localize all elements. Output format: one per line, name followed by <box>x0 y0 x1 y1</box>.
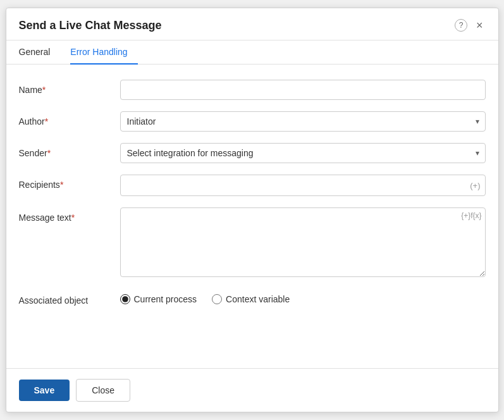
sender-required: * <box>47 148 51 158</box>
current-process-option[interactable]: Current process <box>120 294 197 304</box>
name-label: Name* <box>19 80 120 95</box>
name-control: Send a Live Chat Message <box>120 80 486 100</box>
recipients-control: (+) <box>120 175 486 196</box>
associated-object-label: Associated object <box>19 290 120 306</box>
tab-error-handling[interactable]: Error Handling <box>70 40 137 65</box>
message-text-row: Message text* {+}f{x} <box>19 207 486 279</box>
header-icons: ? × <box>455 18 486 32</box>
dialog-footer: Save Close <box>6 368 498 412</box>
message-textarea[interactable] <box>120 207 486 277</box>
author-select-wrapper: Initiator ▾ <box>120 111 486 132</box>
name-required: * <box>42 85 46 95</box>
name-input[interactable]: Send a Live Chat Message <box>120 80 486 100</box>
dialog: Send a Live Chat Message ? × General Err… <box>6 8 499 412</box>
sender-control: Select integration for messaging ▾ <box>120 143 486 163</box>
message-required: * <box>71 213 75 223</box>
author-control: Initiator ▾ <box>120 111 486 132</box>
close-button[interactable]: × <box>474 18 486 32</box>
current-process-radio[interactable] <box>120 294 130 304</box>
message-text-label: Message text* <box>19 207 120 223</box>
context-variable-radio[interactable] <box>212 294 222 304</box>
close-button-footer[interactable]: Close <box>76 379 130 402</box>
context-variable-option[interactable]: Context variable <box>212 294 290 304</box>
sender-select-wrapper: Select integration for messaging ▾ <box>120 143 486 163</box>
tabs: General Error Handling <box>6 40 498 65</box>
tab-general[interactable]: General <box>19 40 61 65</box>
sender-row: Sender* Select integration for messaging… <box>19 143 486 163</box>
help-icon[interactable]: ? <box>455 19 467 32</box>
message-wrapper: {+}f{x} <box>120 207 486 279</box>
associated-object-row: Associated object Current process Contex… <box>19 290 486 306</box>
dialog-body: Name* Send a Live Chat Message Author* I… <box>6 65 498 368</box>
recipients-row: Recipients* (+) <box>19 175 486 196</box>
dialog-header: Send a Live Chat Message ? × <box>6 8 498 40</box>
current-process-label: Current process <box>134 294 197 304</box>
context-variable-label: Context variable <box>226 294 290 304</box>
radio-group: Current process Context variable <box>120 290 486 304</box>
author-row: Author* Initiator ▾ <box>19 111 486 132</box>
sender-select[interactable]: Select integration for messaging <box>120 143 486 163</box>
recipients-label: Recipients* <box>19 175 120 190</box>
sender-label: Sender* <box>19 143 120 158</box>
recipients-wrapper: (+) <box>120 175 486 196</box>
recipients-required: * <box>60 180 63 190</box>
save-button[interactable]: Save <box>19 380 70 401</box>
author-select[interactable]: Initiator <box>120 111 486 132</box>
associated-object-control: Current process Context variable <box>120 290 486 304</box>
recipients-input[interactable] <box>120 175 486 196</box>
name-row: Name* Send a Live Chat Message <box>19 80 486 100</box>
message-text-control: {+}f{x} <box>120 207 486 279</box>
dialog-title: Send a Live Chat Message <box>19 19 162 32</box>
author-required: * <box>45 116 48 127</box>
author-label: Author* <box>19 111 120 127</box>
